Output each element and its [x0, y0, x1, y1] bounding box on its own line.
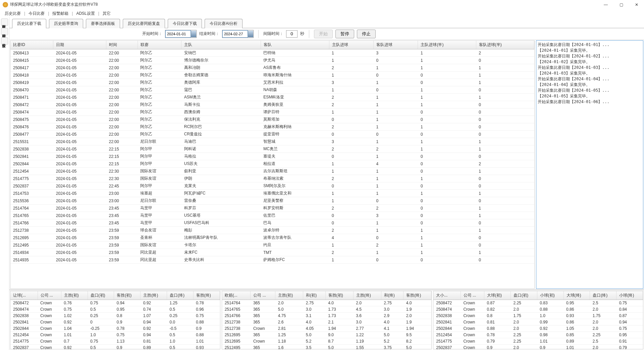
- table-row[interactable]: 25147663654.753.11.733.62.92.0: [222, 313, 431, 319]
- table-row[interactable]: 25149352024-01-0523:59冈比亚超史蒂夫比科萨姆格尔FC100…: [10, 256, 534, 264]
- column-header[interactable]: 客胜(初): [114, 291, 141, 300]
- table-row[interactable]: 25155362024-01-0523:00尼日尔联雷奈桑尼亚美警察1000: [10, 197, 534, 205]
- column-header[interactable]: 小球(初): [537, 291, 564, 300]
- column-header[interactable]: 公司 ...: [251, 291, 275, 300]
- table-row[interactable]: 2502838Crown1.020.250.81.070.250.75: [10, 313, 220, 319]
- column-header[interactable]: 客胜(终): [404, 291, 431, 300]
- column-header[interactable]: 联赛: [138, 41, 181, 49]
- horizontal-tab[interactable]: 今日比赛AI分析: [205, 19, 243, 28]
- column-header[interactable]: 客队: [261, 41, 329, 49]
- horizontal-tab[interactable]: 历史比赛下载: [12, 19, 46, 28]
- start-date-input[interactable]: [165, 30, 191, 38]
- column-header[interactable]: 主胜(终): [141, 291, 167, 300]
- table-row[interactable]: 25028412024-01-0522:15阿尔甲马格拉塞堤夫0100: [10, 153, 534, 160]
- table-row[interactable]: 25147752024-01-0522:30国际友谊伊朗布基纳法索2110: [10, 175, 534, 182]
- column-header[interactable]: 客队进球(半): [476, 41, 534, 49]
- vertical-tab[interactable]: 今日同赔监控: [1, 28, 8, 35]
- column-header[interactable]: 小球(终): [616, 291, 643, 300]
- column-header[interactable]: 主胜(初): [275, 291, 303, 300]
- table-row[interactable]: 2502838Crown0.81.751.00.931.750.87: [433, 313, 643, 319]
- table-row[interactable]: 25084192024-01-0522:00阿尔乙奥德阿库艾恩米利拉3101: [10, 79, 534, 86]
- column-header[interactable]: 和(终): [381, 291, 404, 300]
- minimize-button[interactable]: —: [601, 1, 610, 8]
- table-row[interactable]: 25127383652.64.02.13.04.01.9: [222, 319, 431, 325]
- table-row[interactable]: 2502841Crown0.9200.90.940.00.88: [10, 319, 220, 325]
- maximize-button[interactable]: ▢: [616, 1, 626, 8]
- column-header[interactable]: 主胜(终): [353, 291, 381, 300]
- column-header[interactable]: 欧赔(...: [222, 291, 251, 300]
- vertical-tab[interactable]: 比赛数据下载: [1, 18, 8, 26]
- table-row[interactable]: 25084182024-01-0522:00阿尔乙舍勒古姆莱德IB海米斯海什纳1…: [10, 72, 534, 79]
- column-header[interactable]: 大球(终): [564, 291, 590, 300]
- calendar-icon[interactable]: [191, 31, 196, 37]
- end-date-input[interactable]: [222, 30, 248, 38]
- table-row[interactable]: 2512738Crown2.814.051.942.774.11.94: [222, 325, 431, 332]
- over-under-panel[interactable]: 大小...公司 ...大球(初)盘口(初)小球(初)大球(终)盘口(终)小球(终…: [433, 291, 643, 349]
- column-header[interactable]: 盘口(初): [88, 291, 114, 300]
- table-row[interactable]: 25084132024-01-0522:00阿尔乙安纳巴巴特纳1312: [10, 49, 534, 57]
- table-row[interactable]: 25028372024-01-0522:45阿尔甲克莱夫SM阿尔及尔0100: [10, 182, 534, 190]
- menu-item[interactable]: 其它: [101, 10, 113, 17]
- column-header[interactable]: 主队进球: [329, 41, 373, 49]
- column-header[interactable]: 客胜(终): [193, 291, 220, 300]
- table-row[interactable]: 25127382024-01-0523:59球会友谊梅彭波卓尔特2111: [10, 227, 534, 234]
- column-header[interactable]: 主队: [181, 41, 261, 49]
- column-header[interactable]: 盘口(终): [167, 291, 193, 300]
- table-row[interactable]: 25084772024-01-0522:00阿尔乙CR曼兹拉提亚雷特0000: [10, 131, 534, 138]
- start-button[interactable]: 开始: [314, 30, 333, 38]
- table-row[interactable]: 2502837Crown0.920.50.90.890.50.93: [10, 345, 220, 350]
- column-header[interactable]: 客胜(初): [325, 291, 353, 300]
- horizontal-tab[interactable]: 历史赔率查询: [49, 19, 83, 28]
- table-row[interactable]: 25084742024-01-0522:00阿尔乙西澳奈姆谭萨芬特1100: [10, 108, 534, 116]
- table-row[interactable]: 25126952024-01-0523:59圣青杯法林明高SP青年队波蒂古尔青年…: [10, 234, 534, 242]
- vertical-tab[interactable]: 今日水位监控: [1, 37, 8, 45]
- table-row[interactable]: 2502841Crown0.812.00.990.862.00.94: [433, 319, 643, 325]
- table-row[interactable]: 2508472Crown0.760.750.940.921.250.78: [10, 300, 220, 306]
- table-row[interactable]: 2502837Crown0.92.00.91.012.00.79: [433, 345, 643, 350]
- table-row[interactable]: 25084762024-01-0522:00阿尔乙RC阿尔巴克赫米斯梅利纳211…: [10, 123, 534, 131]
- column-header[interactable]: 公司 ...: [461, 291, 484, 300]
- column-header[interactable]: 大小...: [433, 291, 461, 300]
- pause-button[interactable]: 暂停: [335, 30, 354, 38]
- table-row[interactable]: 2512695Crown1.185.28.71.195.28.2: [222, 338, 431, 345]
- horizontal-tab[interactable]: 历史比赛同赔复盘: [123, 19, 165, 28]
- calendar-icon[interactable]: [248, 31, 253, 37]
- main-table-panel[interactable]: 比赛ID日期时间联赛主队客队主队进球客队进球主队进球(半)客队进球(半) 250…: [10, 40, 535, 289]
- menu-item[interactable]: 今日比赛: [26, 10, 47, 17]
- table-row[interactable]: 2514775Crown0.792.251.010.892.50.91: [433, 338, 643, 345]
- menu-item[interactable]: 报警邮箱: [50, 10, 70, 17]
- table-row[interactable]: 2508474Crown0.750.50.950.740.50.96: [10, 306, 220, 313]
- table-row[interactable]: 25147642024-01-0523:45马里甲科罗芬科罗安特斯2201: [10, 205, 534, 212]
- table-row[interactable]: 25084152024-01-0522:00阿尔乙博尔德梅奈尔伊尤马1010: [10, 57, 534, 64]
- table-row[interactable]: 25155312024-01-0522:00尼日尔联马迪巴智慧城3111: [10, 138, 534, 145]
- table-row[interactable]: 25084752024-01-0522:00阿尔乙保法利克莫斯塔加0100: [10, 116, 534, 123]
- close-button[interactable]: ✕: [632, 1, 641, 8]
- table-row[interactable]: 25124542024-01-0522:30国际友谊叙利亚吉尔吉斯斯坦1101: [10, 168, 534, 175]
- column-header[interactable]: 让球(...: [10, 291, 38, 300]
- interval-input[interactable]: [286, 30, 298, 38]
- table-row[interactable]: 25149342024-01-0523:59冈比亚超未来FCTMT2111: [10, 249, 534, 256]
- table-row[interactable]: 25126953651.255.09.01.225.09.5: [222, 332, 431, 338]
- end-date-box[interactable]: [222, 30, 254, 38]
- table-row[interactable]: 2502844Crown1.04-0.250.780.92-0.50.9: [10, 325, 220, 332]
- table-row[interactable]: 25084722024-01-0522:00阿尔乙马斯卡拉奥姆美狄亚2110: [10, 101, 534, 108]
- table-row[interactable]: 25147652024-01-0523:45马里甲USC基塔佐里巴0301: [10, 212, 534, 219]
- log-panel[interactable]: 开始采集比赛日期【2024-01-01】...【2024-01-01】采集完毕。…: [536, 40, 643, 289]
- horizontal-tab[interactable]: 今日比赛下载: [168, 19, 202, 28]
- table-row[interactable]: 25147653655.03.01.734.53.01.9: [222, 306, 431, 313]
- stop-button[interactable]: 停止: [357, 30, 376, 38]
- column-header[interactable]: 盘口(终): [590, 291, 616, 300]
- table-row[interactable]: 25124953651.63.55.01.553.755.0: [222, 345, 431, 350]
- table-row[interactable]: 2508472Crown0.872.250.830.952.50.75: [433, 300, 643, 306]
- menu-item[interactable]: ADSL设置: [74, 10, 97, 17]
- column-header[interactable]: 和(初): [303, 291, 326, 300]
- column-header[interactable]: 主队进球(半): [418, 41, 476, 49]
- table-row[interactable]: 25028382024-01-0522:15阿尔甲阿科诺MC奥兰2211: [10, 145, 534, 153]
- column-header[interactable]: 大球(初): [484, 291, 511, 300]
- column-header[interactable]: 主胜(初): [61, 291, 88, 300]
- table-row[interactable]: 25084712024-01-0522:00阿尔乙ASM奥兰ESM科洛亚2111: [10, 94, 534, 101]
- table-row[interactable]: 25028442024-01-0522:15阿尔甲US苏夫柏拉道1402: [10, 160, 534, 168]
- handicap-panel[interactable]: 让球(...公司 ...主胜(初)盘口(初)客胜(初)主胜(终)盘口(终)客胜(…: [10, 291, 220, 349]
- column-header[interactable]: 盘口(初): [511, 291, 537, 300]
- table-row[interactable]: 2512454Crown1.011.00.750.940.50.88: [10, 332, 220, 338]
